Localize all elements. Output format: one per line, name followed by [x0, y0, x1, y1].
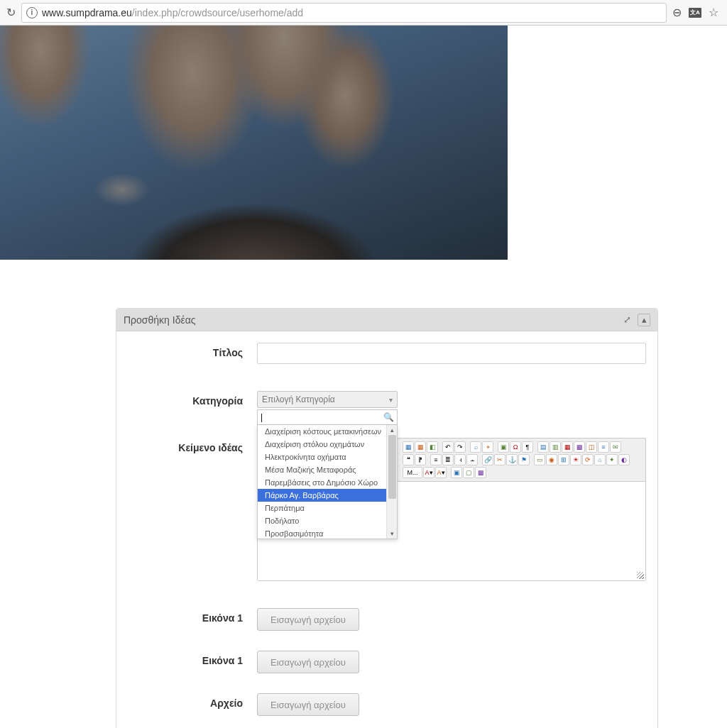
tb-btn[interactable]: ↷	[454, 441, 466, 453]
tb-btn[interactable]: ◧	[427, 441, 438, 453]
expand-icon[interactable]: ⤢	[621, 314, 633, 326]
add-idea-panel: Προσθήκη Ιδέας ⤢ ▴ Τίτλος Κατηγορία Επιλ…	[116, 308, 658, 728]
tb-btn[interactable]: ⌖	[482, 441, 493, 453]
tb-btn[interactable]: ▭	[534, 454, 545, 465]
scrollbar[interactable]: ▴ ▾	[386, 425, 397, 539]
tb-btn[interactable]: A▾	[423, 467, 434, 478]
tb-btn[interactable]: ⌕	[470, 441, 481, 453]
title-input[interactable]	[257, 343, 646, 364]
combo-option[interactable]: Πάρκο Αγ. Βαρβάρας	[258, 489, 397, 502]
resize-handle[interactable]	[637, 572, 644, 579]
combo-display[interactable]: Επιλογή Κατηγορία ▾	[257, 391, 398, 408]
category-combobox[interactable]: Επιλογή Κατηγορία ▾ 🔍 Διαχείριση κόστους…	[257, 391, 398, 425]
tb-btn[interactable]: ≡	[430, 454, 442, 465]
tb-btn[interactable]: ▦	[403, 441, 414, 453]
reload-icon[interactable]: ↻	[4, 6, 17, 19]
label-title: Τίτλος	[124, 343, 257, 358]
tb-btn[interactable]: ▣	[498, 441, 509, 453]
hero-image	[0, 26, 508, 260]
tb-btn[interactable]: ⚓	[506, 454, 518, 465]
scroll-thumb[interactable]	[388, 435, 396, 499]
star-icon[interactable]: ☆	[709, 6, 718, 19]
tb-btn[interactable]: ❝	[403, 454, 414, 465]
tb-btn[interactable]: ◐	[618, 454, 630, 465]
tb-btn[interactable]: ⚑	[518, 454, 530, 465]
tb-btn[interactable]: ◫	[586, 441, 597, 453]
tb-btn[interactable]: ✂	[494, 454, 505, 465]
combo-search[interactable]: 🔍	[257, 409, 398, 425]
file-button-image1[interactable]: Εισαγωγή αρχείου	[257, 608, 359, 631]
scroll-up-icon[interactable]: ▴	[387, 425, 397, 435]
tb-btn[interactable]: ⫞	[454, 454, 466, 465]
combo-option[interactable]: Ηλεκτροκίνητα οχήματα	[258, 451, 397, 463]
tb-btn[interactable]: ▢	[463, 467, 474, 478]
tb-btn[interactable]: 🔗	[482, 454, 493, 465]
combo-option[interactable]: Προσβασιμότητα	[258, 527, 397, 539]
panel-header: Προσθήκη Ιδέας ⤢ ▴	[116, 309, 657, 331]
collapse-icon[interactable]: ▴	[638, 314, 650, 326]
combo-option[interactable]: Ποδήλατο	[258, 514, 397, 527]
combo-option[interactable]: Περπάτημα	[258, 502, 397, 514]
combo-search-input[interactable]	[261, 412, 383, 422]
tb-btn[interactable]: ⌂	[594, 454, 606, 465]
tb-btn[interactable]: Ω	[510, 441, 521, 453]
file-button-archive[interactable]: Εισαγωγή αρχείου	[257, 693, 359, 716]
browser-address-bar: ↻ i www.sumpdrama.eu/index.php/crowdsour…	[0, 0, 727, 26]
tb-btn[interactable]: ▩	[574, 441, 585, 453]
url-text: www.sumpdrama.eu/index.php/crowdsource/u…	[42, 7, 303, 18]
tb-btn[interactable]: ▤	[537, 441, 549, 453]
tb-btn[interactable]: ▦	[562, 441, 573, 453]
combo-option[interactable]: Παρεμβάσεις στο Δημόσιο Χώρο	[258, 476, 397, 489]
tb-btn[interactable]: ≡	[598, 441, 609, 453]
tb-btn[interactable]: A▾	[435, 467, 447, 478]
zoom-icon[interactable]: ⊖	[672, 6, 682, 19]
tb-btn[interactable]: ▣	[451, 467, 462, 478]
combo-option[interactable]: Διαχείριση στόλου οχημάτων	[258, 438, 397, 451]
label-category: Κατηγορία	[124, 391, 257, 407]
scroll-down-icon[interactable]: ▾	[387, 529, 397, 539]
tb-btn[interactable]: ↶	[442, 441, 454, 453]
search-icon: 🔍	[383, 412, 394, 422]
tb-btn[interactable]: ¶	[522, 441, 533, 453]
tb-btn[interactable]: ⁋	[415, 454, 426, 465]
tb-btn[interactable]: ⊞	[558, 454, 569, 465]
label-file: Αρχείο	[124, 693, 257, 709]
tb-btn[interactable]: ≣	[442, 454, 454, 465]
site-info-icon[interactable]: i	[26, 7, 38, 18]
panel-title: Προσθήκη Ιδέας	[124, 314, 196, 326]
file-button-image2[interactable]: Εισαγωγή αρχείου	[257, 651, 359, 673]
label-image1: Εικόνα 1	[124, 608, 257, 624]
combo-option[interactable]: Μέσα Μαζικής Μεταφοράς	[258, 463, 397, 476]
combo-dropdown: Διαχείριση κόστους μετακινήσεωνΔιαχείρισ…	[257, 425, 398, 539]
tb-btn[interactable]: ⫠	[466, 454, 478, 465]
tb-btn[interactable]: ☀	[570, 454, 581, 465]
translate-icon[interactable]: 文A	[689, 8, 701, 18]
label-body: Κείμενο ιδέας	[124, 438, 257, 453]
tb-btn[interactable]: ▦	[415, 441, 426, 453]
tb-btn[interactable]: ◉	[546, 454, 557, 465]
tb-mode[interactable]: M...	[403, 467, 422, 478]
tb-btn[interactable]: ▥	[550, 441, 561, 453]
combo-option[interactable]: Διαχείριση κόστους μετακινήσεων	[258, 425, 397, 438]
label-image2: Εικόνα 1	[124, 651, 257, 666]
chevron-down-icon: ▾	[389, 396, 393, 404]
url-box[interactable]: i www.sumpdrama.eu/index.php/crowdsource…	[21, 3, 667, 23]
tb-btn[interactable]: ▩	[475, 467, 486, 478]
tb-btn[interactable]: ⟳	[582, 454, 594, 465]
tb-btn[interactable]: ✉	[610, 441, 621, 453]
tb-btn[interactable]: ✦	[606, 454, 618, 465]
